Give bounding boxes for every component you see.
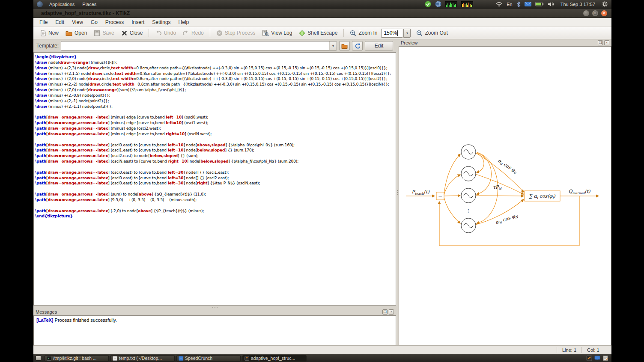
maximize-button[interactable]: ▢	[592, 10, 598, 16]
shell-escape-button[interactable]: Shell Escape	[296, 29, 340, 38]
mail-icon[interactable]	[525, 2, 531, 6]
window-titlebar[interactable]: adaptive_hopf_structure.tikz - KTikZ – ▢…	[33, 9, 611, 18]
messages-float-icon[interactable]: ❏	[382, 309, 388, 315]
minimize-button[interactable]: –	[583, 10, 589, 16]
template-edit-button[interactable]: Edit	[365, 41, 393, 50]
update-ok-icon[interactable]	[425, 1, 431, 7]
menu-file[interactable]: File	[36, 18, 51, 26]
template-combobox[interactable]: ▾	[61, 41, 337, 50]
preview-close-icon[interactable]: ×	[604, 40, 609, 45]
code-line: \draw (minus) +(2,-1) node(point2){};	[35, 98, 396, 104]
code-line: \path[draw=orange,arrows=-latex] (osciN.…	[35, 159, 396, 164]
zoom-in-button[interactable]: Zoom In	[347, 29, 380, 38]
taskbar-corner-icons	[586, 355, 608, 361]
distro-logo-icon[interactable]	[37, 1, 43, 7]
message-tag: [LaTeX]	[36, 317, 54, 323]
menu-view[interactable]: View	[69, 18, 86, 26]
messages-title: Messages	[36, 309, 381, 315]
menu-process[interactable]: Process	[102, 18, 127, 26]
menu-edit[interactable]: Edit	[52, 18, 68, 26]
battery-icon[interactable]	[535, 2, 544, 6]
clock[interactable]: Thu Sep 3 17:57	[561, 2, 595, 7]
zoom-dropdown-arrow[interactable]: ▾	[403, 29, 411, 38]
taskbar-item-speedcrunch[interactable]: = SpeedCrunch	[176, 355, 241, 362]
code-line: \path[draw=orange,arrows=-latex] (minus)…	[35, 131, 396, 137]
code-line: \path[draw=orange,arrows=-latex] (osci0.…	[35, 170, 396, 175]
package-icon[interactable]	[586, 355, 592, 361]
text-editor-icon: ≡	[113, 356, 117, 361]
messages-header: Messages ❏ ×	[33, 309, 396, 315]
places-menu[interactable]: Places	[79, 1, 99, 7]
code-line: \draw (minus) +(2,-2) node[draw,circle,t…	[35, 82, 396, 87]
redo-icon	[183, 30, 189, 36]
applications-menu[interactable]: Applications	[46, 1, 78, 7]
label-alpha0: α0 cos φ0	[497, 158, 519, 175]
save-button: Save	[91, 29, 117, 38]
open-button[interactable]: Open	[63, 29, 90, 38]
bluetooth-icon[interactable]	[516, 1, 521, 7]
notes-icon[interactable]	[602, 355, 608, 361]
main-area: Template: ▾ Edit \begin{tikzpicture}\dra…	[33, 39, 611, 345]
preview-canvas[interactable]: Pteach(t) − ⋮ ∑ αi cos(φi) α0 cos φ0 τPN…	[399, 46, 611, 345]
window-controls: – ▢ ×	[583, 10, 607, 16]
stop-process-button: Stop Process	[213, 29, 258, 38]
template-dropdown-arrow[interactable]: ▾	[329, 42, 337, 50]
stop-icon	[216, 30, 223, 36]
template-reload-button[interactable]	[352, 41, 363, 50]
code-line: \path[draw=orange,arrows=-latex] (sum) t…	[35, 192, 396, 197]
code-line	[35, 186, 396, 192]
label-sum: ∑ αi cos(φi)	[528, 193, 556, 200]
template-row: Template: ▾ Edit	[33, 39, 396, 52]
label-p-teach: Pteach(t)	[411, 189, 429, 196]
zoom-out-button[interactable]: Zoom Out	[413, 29, 450, 38]
label-q-learned: Qlearned(t)	[568, 189, 590, 195]
template-open-button[interactable]	[339, 41, 350, 50]
desktop-screen: Applications Places En Thu Sep 3 17:57 a…	[33, 0, 611, 362]
close-file-button[interactable]: Close	[118, 29, 146, 38]
ktikz-icon: T	[244, 356, 249, 361]
code-line: \draw (minus) +(2,1.5) node[draw,circle,…	[35, 71, 396, 77]
taskbar-item-ktikz[interactable]: T adaptive_hopf_struc...	[242, 355, 307, 362]
view-log-button[interactable]: View Log	[259, 29, 295, 38]
menu-go[interactable]: Go	[87, 18, 101, 26]
code-line	[35, 164, 396, 170]
status-line: Line: 1	[557, 347, 581, 353]
cpu-monitor-widget[interactable]	[445, 1, 457, 7]
display-icon[interactable]	[594, 355, 600, 361]
undo-button: Undo	[152, 29, 179, 37]
code-line: \path[draw=orange,arrows=-latex] (osci0.…	[35, 142, 396, 148]
window-title: adaptive_hopf_structure.tikz - KTikZ	[38, 10, 583, 16]
close-button[interactable]: ×	[601, 10, 607, 16]
new-button[interactable]: New	[37, 29, 62, 38]
session-gear-icon[interactable]	[602, 1, 608, 7]
horizontal-splitter[interactable]	[33, 306, 396, 309]
messages-close-icon[interactable]: ×	[389, 309, 394, 315]
wifi-icon[interactable]	[495, 1, 503, 7]
zoom-in-icon	[350, 30, 356, 36]
menu-settings[interactable]: Settings	[149, 18, 174, 26]
taskbar-item-terminal[interactable]: >_ /tmp/ktikz.git : bash ...	[45, 355, 109, 362]
volume-icon[interactable]	[548, 2, 554, 7]
network-globe-icon[interactable]	[435, 1, 441, 7]
reload-icon	[355, 43, 361, 49]
window-list-icon[interactable]	[36, 356, 41, 361]
code-line: \path[draw=orange,arrows=-latex] (minus)…	[35, 115, 396, 120]
messages-panel: [LaTeX] Process finished successfully.	[33, 315, 396, 345]
zoom-level-input[interactable]: 150%	[381, 29, 402, 38]
menu-insert[interactable]: Insert	[128, 18, 148, 26]
preview-float-icon[interactable]: ❏	[598, 40, 603, 45]
keyboard-layout-indicator[interactable]: En	[507, 2, 512, 7]
taskbar-item-text-editor[interactable]: ≡ temp.txt (~/Desktop...	[110, 355, 175, 362]
template-label: Template:	[36, 43, 59, 49]
load-monitor-widget[interactable]	[461, 1, 473, 7]
preview-diagram: Pteach(t) − ⋮ ∑ αi cos(φi) α0 cos φ0 τPN…	[399, 47, 611, 344]
save-floppy-icon	[94, 30, 100, 36]
code-editor[interactable]: \begin{tikzpicture}\draw node[draw=orang…	[33, 52, 396, 306]
menu-help[interactable]: Help	[175, 18, 193, 26]
preview-title: Preview	[401, 40, 596, 45]
new-document-icon	[40, 30, 46, 36]
undo-icon	[155, 30, 161, 36]
bottom-taskbar: >_ /tmp/ktikz.git : bash ... ≡ temp.txt …	[33, 354, 611, 362]
zoom-out-icon	[416, 30, 423, 36]
toolbar-separator	[149, 29, 149, 37]
